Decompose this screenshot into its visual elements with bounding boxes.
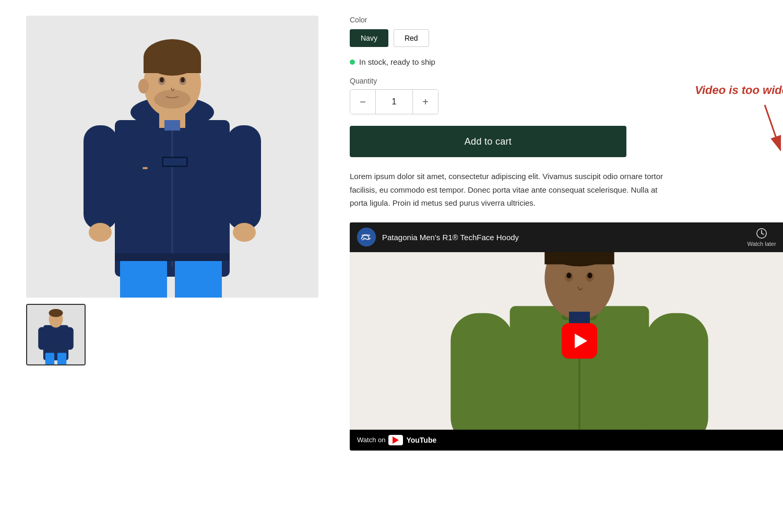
play-icon [575,334,587,348]
svg-rect-22 [164,120,180,131]
svg-point-35 [357,228,376,246]
product-gallery [26,16,318,451]
svg-point-28 [49,309,63,317]
video-footer-bar: Watch on YouTube [350,430,783,451]
svg-line-34 [765,105,780,150]
color-red-button[interactable]: Red [394,29,429,47]
svg-rect-31 [45,353,54,365]
product-details: Video is too wide Color Navy Red In stoc… [350,16,757,451]
youtube-logo[interactable]: Watch on YouTube [357,435,436,445]
svg-rect-52 [544,252,614,264]
svg-rect-12 [84,125,117,230]
quantity-increase-button[interactable]: + [413,90,438,114]
quantity-label: Quantity [350,77,757,85]
channel-logo: patago nia [357,228,376,246]
svg-line-40 [762,233,764,234]
quantity-decrease-button[interactable]: − [350,90,375,114]
svg-rect-13 [227,125,261,230]
color-navy-button[interactable]: Navy [350,29,388,47]
svg-rect-32 [57,353,66,365]
svg-rect-53 [450,313,513,429]
watch-later-label: Watch later [747,241,776,247]
svg-rect-20 [115,253,230,261]
annotation-overlay: Video is too wide [695,84,783,160]
product-video: patago nia Patagonia Men's R1® TechFace … [350,222,783,451]
svg-rect-29 [38,327,45,350]
video-title: Patagonia Men's R1® TechFace Hoody [382,233,741,242]
svg-rect-6 [144,57,201,73]
svg-point-9 [160,77,164,82]
annotation-text: Video is too wide [695,84,783,97]
clock-icon [756,228,767,239]
svg-rect-24 [143,167,148,169]
svg-rect-17 [175,256,222,298]
svg-point-10 [181,77,185,82]
watch-on-text: Watch on [357,436,385,444]
color-label: Color [350,16,757,24]
video-header-bar: patago nia Patagonia Men's R1® TechFace … [350,222,783,252]
youtube-icon [388,435,403,445]
play-button[interactable] [562,323,597,359]
svg-rect-54 [646,313,708,429]
main-product-image [26,16,318,298]
quantity-stepper: − 1 + [350,89,438,114]
product-image-svg [26,16,318,298]
add-to-cart-button[interactable]: Add to cart [350,126,626,157]
stock-indicator-icon [350,60,355,65]
svg-rect-30 [66,327,73,350]
youtube-label: YouTube [406,436,436,444]
video-thumbnail-area[interactable] [350,252,783,430]
svg-point-14 [89,223,112,242]
video-actions-group: Watch later Share [747,228,783,247]
thumbnail-1[interactable] [26,304,86,365]
svg-point-59 [566,273,571,278]
thumbnail-row [26,304,318,365]
quantity-value: 1 [375,90,413,114]
stock-status-row: In stock, ready to ship [350,57,757,66]
stock-status-text: In stock, ready to ship [359,57,435,66]
watch-later-action[interactable]: Watch later [747,228,776,247]
annotation-arrow-icon [757,97,783,160]
svg-text:nia: nia [363,237,366,239]
svg-rect-16 [120,256,167,298]
product-description: Lorem ipsum dolor sit amet, consectetur … [350,170,663,210]
svg-point-23 [138,79,149,93]
svg-point-15 [233,223,256,242]
color-options: Navy Red [350,29,757,47]
svg-point-60 [587,273,592,278]
svg-point-11 [154,90,191,109]
svg-rect-19 [163,158,186,165]
